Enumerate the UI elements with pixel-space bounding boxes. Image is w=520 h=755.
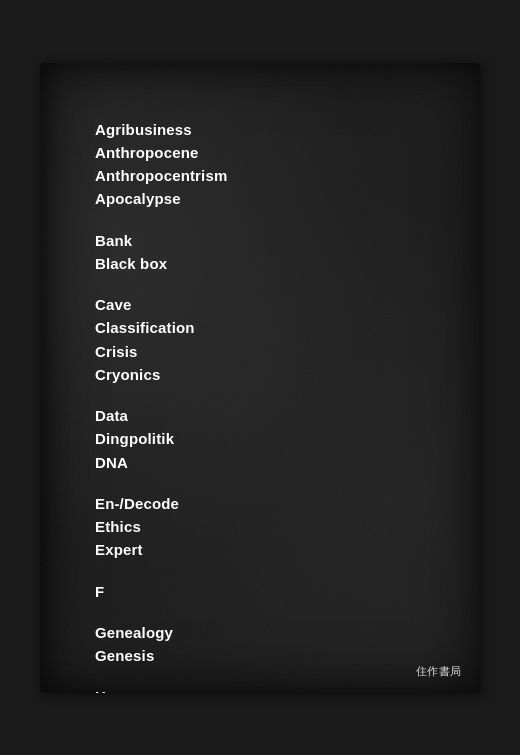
index-item-2-0: Cave xyxy=(95,293,480,316)
index-item-4-2: Expert xyxy=(95,538,480,561)
book-cover: AgribusinessAnthropoceneAnthropocentrism… xyxy=(40,63,480,693)
index-group-4: En-/DecodeEthicsExpert xyxy=(95,492,480,562)
index-item-7-0: H xyxy=(95,685,480,692)
index-item-0-3: Apocalypse xyxy=(95,187,480,210)
index-group-7: H xyxy=(95,685,480,692)
index-group-5: F xyxy=(95,580,480,603)
index-group-6: GenealogyGenesis xyxy=(95,621,480,668)
index-item-3-0: Data xyxy=(95,404,480,427)
index-item-0-1: Anthropocene xyxy=(95,141,480,164)
index-item-1-1: Black box xyxy=(95,252,480,275)
index-item-0-2: Anthropocentrism xyxy=(95,164,480,187)
index-item-4-0: En-/Decode xyxy=(95,492,480,515)
index-group-3: DataDingpolitikDNA xyxy=(95,404,480,474)
index-item-2-2: Crisis xyxy=(95,340,480,363)
index-item-6-0: Genealogy xyxy=(95,621,480,644)
index-item-0-0: Agribusiness xyxy=(95,118,480,141)
page-container: AgribusinessAnthropoceneAnthropocentrism… xyxy=(0,0,520,755)
index-item-1-0: Bank xyxy=(95,229,480,252)
index-group-0: AgribusinessAnthropoceneAnthropocentrism… xyxy=(95,118,480,211)
index-item-3-1: Dingpolitik xyxy=(95,427,480,450)
index-item-4-1: Ethics xyxy=(95,515,480,538)
index-item-3-2: DNA xyxy=(95,451,480,474)
index-item-2-3: Cryonics xyxy=(95,363,480,386)
index-group-1: BankBlack box xyxy=(95,229,480,276)
book-content: AgribusinessAnthropoceneAnthropocentrism… xyxy=(40,63,480,693)
index-item-2-1: Classification xyxy=(95,316,480,339)
index-item-6-1: Genesis xyxy=(95,644,480,667)
index-item-5-0: F xyxy=(95,580,480,603)
index-group-2: CaveClassificationCrisisCryonics xyxy=(95,293,480,386)
